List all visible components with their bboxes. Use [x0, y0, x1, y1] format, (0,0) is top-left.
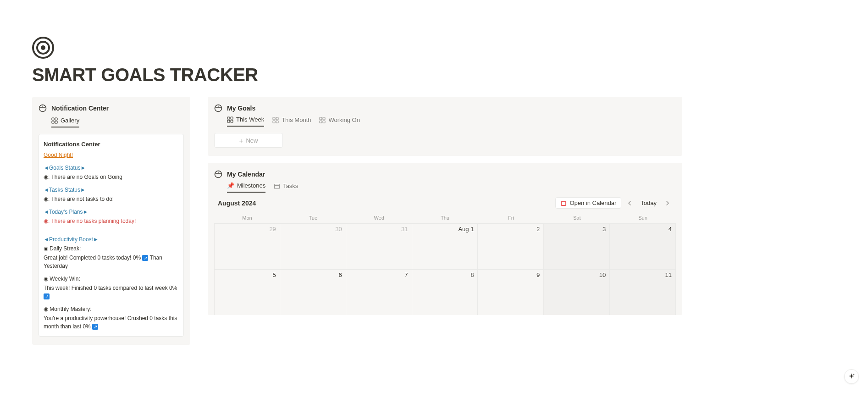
calendar-day-cell[interactable]: 2: [478, 223, 544, 269]
notification-header: Notification Center: [39, 103, 184, 116]
calendar-day-cell[interactable]: 7: [346, 269, 412, 315]
notification-card-title: Notifications Center: [44, 140, 179, 149]
svg-rect-13: [227, 120, 230, 122]
svg-rect-12: [231, 117, 233, 119]
tab-tasks[interactable]: Tasks: [274, 182, 298, 193]
calendar-day-cell[interactable]: 9: [478, 269, 544, 315]
goals-status-text: ◉: There are no Goals on Going: [44, 173, 179, 181]
svg-rect-8: [55, 121, 57, 123]
notification-card[interactable]: Notifications Center Good Night! ◄Goals …: [39, 134, 184, 337]
greeting-text: Good Night!: [44, 151, 179, 159]
tasks-status-text: ◉: There are not tasks to do!: [44, 195, 179, 203]
svg-rect-14: [231, 120, 233, 122]
notion-page-icon: [39, 104, 47, 112]
calendar-day-cell[interactable]: 8: [412, 269, 478, 315]
calendar-icon: [274, 183, 280, 189]
weekly-win-label: ◉ Weekly Win:: [44, 275, 179, 283]
svg-rect-20: [323, 117, 325, 120]
calendar-prev-button[interactable]: [625, 199, 634, 208]
svg-point-24: [218, 172, 219, 172]
gallery-icon: [319, 117, 326, 123]
monthly-mastery-label: ◉ Monthly Mastery:: [44, 305, 179, 313]
calendar-day-cell[interactable]: 11: [610, 269, 676, 315]
goals-status-label: ◄Goals Status►: [44, 164, 179, 172]
svg-rect-22: [323, 121, 325, 123]
svg-rect-25: [275, 184, 280, 188]
calendar-day-cell[interactable]: 4: [610, 223, 676, 269]
my-calendar-header: My Calendar: [214, 169, 676, 182]
todays-plans-text: ◉: There are no tasks planning today!: [44, 217, 179, 225]
calendar-today-button[interactable]: Today: [638, 199, 659, 206]
my-goals-header: My Goals: [214, 103, 676, 116]
todays-plans-label: ◄Today's Plans►: [44, 208, 179, 216]
svg-rect-16: [276, 117, 278, 120]
daily-streak-text: Great job! Completed 0 tasks today! 0% ↗…: [44, 254, 179, 270]
arrow-up-icon: ↗: [44, 293, 50, 299]
gallery-icon: [227, 116, 233, 123]
calendar-day-cell[interactable]: 29: [214, 223, 280, 269]
gallery-icon: [272, 117, 279, 123]
new-goal-button[interactable]: + New: [214, 133, 283, 148]
svg-rect-15: [273, 117, 275, 120]
tab-milestones[interactable]: 📌 Milestones: [227, 182, 265, 193]
chevron-left-icon: [627, 200, 632, 206]
calendar-day-cell[interactable]: 31: [346, 223, 412, 269]
my-goals-block: My Goals This Week: [208, 97, 682, 156]
calendar-day-cell[interactable]: 30: [280, 223, 346, 269]
svg-rect-27: [562, 202, 565, 205]
svg-rect-18: [276, 121, 278, 123]
calendar-weekday-header: Sat: [544, 212, 610, 223]
arrow-up-icon: ↗: [92, 324, 98, 330]
tab-this-month[interactable]: This Month: [272, 116, 311, 127]
svg-rect-17: [273, 121, 275, 123]
calendar-weekday-header: Fri: [478, 212, 544, 223]
svg-point-4: [42, 105, 43, 106]
svg-rect-6: [55, 118, 57, 120]
open-in-calendar-button[interactable]: Open in Calendar: [555, 197, 621, 209]
calendar-next-button[interactable]: [663, 199, 672, 208]
svg-rect-11: [227, 117, 230, 119]
svg-rect-19: [320, 117, 322, 120]
calendar-day-cell[interactable]: 10: [544, 269, 610, 315]
calendar-weekday-header: Mon: [214, 212, 280, 223]
calendar-weekday-header: Wed: [346, 212, 412, 223]
daily-streak-label: ◉ Daily Streak:: [44, 244, 179, 253]
svg-rect-5: [52, 118, 54, 120]
calendar-month-label: August 2024: [218, 199, 256, 207]
gallery-icon: [51, 117, 58, 124]
my-calendar-block: My Calendar 📌 Milestones Tasks: [208, 163, 682, 315]
svg-rect-21: [320, 121, 322, 123]
calendar-weekday-header: Sun: [610, 212, 676, 223]
tasks-status-label: ◄Tasks Status►: [44, 186, 179, 194]
pin-icon: 📌: [227, 182, 234, 189]
calendar-weekday-header: Thu: [412, 212, 478, 223]
notion-page-icon: [214, 170, 222, 178]
calendar-day-cell[interactable]: 5: [214, 269, 280, 315]
page-icon-target: [32, 37, 836, 60]
arrow-up-icon: ↗: [142, 255, 148, 261]
svg-point-10: [218, 105, 219, 106]
plus-icon: +: [239, 137, 243, 144]
page-title: SMART GOALS TRACKER: [32, 65, 836, 85]
calendar-day-cell[interactable]: Aug 1: [412, 223, 478, 269]
monthly-mastery-text: You're a productivity powerhouse! Crushe…: [44, 314, 179, 331]
tab-this-week[interactable]: This Week: [227, 116, 264, 127]
tab-working-on[interactable]: Working On: [319, 116, 359, 127]
weekly-win-text: This week! Finished 0 tasks compared to …: [44, 284, 179, 300]
svg-point-2: [41, 45, 45, 50]
notification-center-block: Notification Center Gallery Notif: [32, 97, 190, 345]
calendar-red-icon: [560, 200, 567, 206]
chevron-right-icon: [665, 200, 670, 206]
tab-gallery[interactable]: Gallery: [51, 117, 79, 127]
svg-rect-7: [52, 121, 54, 123]
calendar-day-cell[interactable]: 3: [544, 223, 610, 269]
calendar-day-cell[interactable]: 6: [280, 269, 346, 315]
notion-page-icon: [214, 104, 222, 112]
productivity-boost-label: ◄Productivity Boost►: [44, 235, 179, 244]
calendar-weekday-header: Tue: [280, 212, 346, 223]
